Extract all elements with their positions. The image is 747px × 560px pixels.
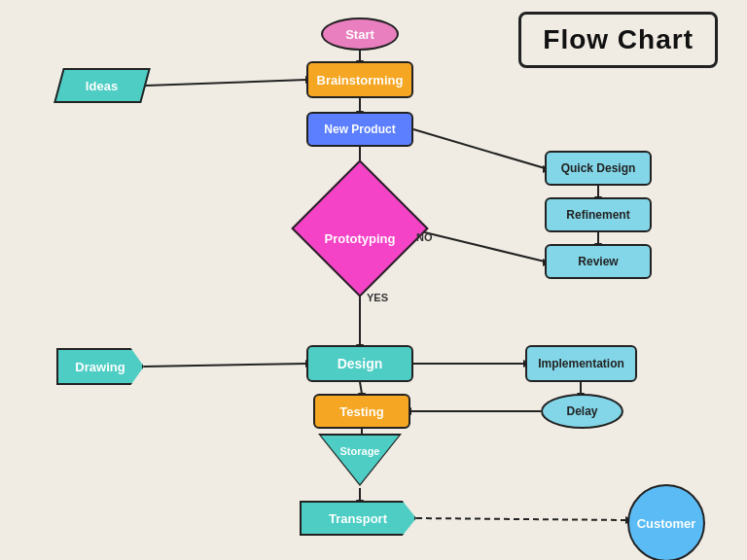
storage-label: Storage	[292, 445, 428, 457]
design-node: Design	[306, 345, 413, 382]
svg-line-26	[360, 382, 362, 394]
prototyping-wrapper: Prototyping	[287, 170, 433, 287]
svg-line-18	[144, 364, 306, 367]
svg-line-8	[413, 129, 545, 168]
quick-design-node: Quick Design	[545, 151, 652, 186]
drawing-node: Drawing	[56, 348, 144, 385]
yes-label: YES	[367, 292, 388, 303]
title-text: Flow Chart	[543, 24, 694, 54]
prototyping-diamond	[291, 159, 428, 297]
svg-line-6	[146, 80, 306, 86]
brainstorming-node: Brainstorming	[306, 61, 413, 98]
storage-wrapper: Storage	[321, 436, 399, 489]
review-node: Review	[545, 244, 652, 279]
svg-line-32	[416, 518, 627, 520]
no-label: NO	[416, 231, 433, 243]
start-node: Start	[321, 18, 399, 51]
implementation-node: Implementation	[525, 345, 637, 382]
flowchart-container: Flow Chart	[0, 0, 747, 560]
delay-node: Delay	[541, 394, 623, 429]
testing-node: Testing	[313, 394, 410, 429]
storage-triangle	[321, 436, 399, 484]
title-box: Flow Chart	[518, 12, 718, 68]
transport-node: Transport	[300, 501, 416, 536]
refinement-node: Refinement	[545, 197, 652, 232]
customer-node: Customer	[627, 484, 705, 560]
new-product-node: New Product	[306, 112, 413, 147]
ideas-node: Ideas	[53, 68, 151, 103]
